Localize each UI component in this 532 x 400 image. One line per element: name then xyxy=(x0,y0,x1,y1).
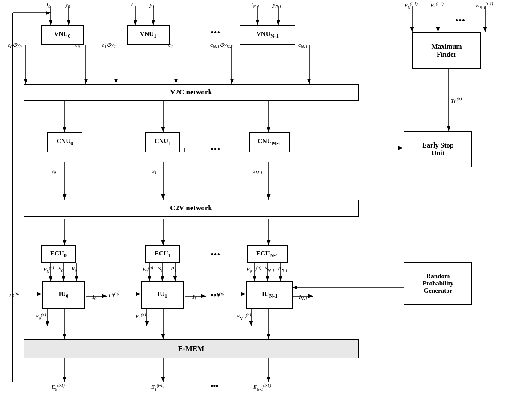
v2c-label: V2C network xyxy=(170,88,212,97)
ecu1-label: ECU1 xyxy=(155,250,171,259)
maxfinder-label: MaximumFinder xyxy=(431,43,462,58)
vnun1-box: VNUN-1 xyxy=(240,25,295,45)
vnu1-box: VNU1 xyxy=(127,25,170,45)
label-EN1n-iu: EN-1(n) xyxy=(236,312,251,321)
label-EN1t1: EN-1(t-1) xyxy=(476,1,493,10)
label-E1t1: E1(t-1) xyxy=(430,1,444,10)
label-I0-iu: I0 xyxy=(92,294,96,301)
label-s1: s1 xyxy=(152,167,157,175)
label-thn-iu0: Th(n) xyxy=(9,291,19,299)
iun1-box: IUN-1 xyxy=(246,281,293,309)
ecu0-label: ECU0 xyxy=(50,250,67,259)
label-sM1: sM-1 xyxy=(253,167,263,175)
label-E0n-iu: E0(n) xyxy=(35,312,46,321)
label-thn-maxfinder: Th(n) xyxy=(451,97,462,104)
label-yN1: yN-1 xyxy=(273,1,282,9)
v2c-box: V2C network xyxy=(24,84,359,101)
label-c1y1: c1⊕y1 xyxy=(102,42,116,49)
label-R0-ecu: R0 xyxy=(71,265,77,273)
ecun1-label: ECUN-1 xyxy=(256,250,278,259)
label-I0: I0 xyxy=(46,1,50,9)
svg-text:•••: ••• xyxy=(210,249,220,260)
cnu0-label: CNU0 xyxy=(57,138,73,147)
ecu1-box: ECU1 xyxy=(145,245,180,263)
iu1-label: IU1 xyxy=(158,291,167,300)
label-c1: c1 xyxy=(168,42,173,49)
label-S1-ecu: S1 xyxy=(158,265,163,273)
ecun1-box: ECUN-1 xyxy=(247,245,288,263)
randprob-label: RandomProbabilityGenerator xyxy=(423,273,453,294)
label-E1t1-bot: E1(t-1) xyxy=(151,383,164,391)
label-E0t1: E0(t-1) xyxy=(404,1,418,10)
label-E0t1-bot: E0(t-1) xyxy=(52,383,65,391)
iu0-label: IU0 xyxy=(59,291,69,300)
earlystop-label: Early StopUnit xyxy=(422,142,453,157)
label-thn-iu1: Th(n) xyxy=(108,291,119,299)
label-I1: I1 xyxy=(131,1,135,9)
svg-text:•••: ••• xyxy=(455,15,465,26)
emem-label: E-MEM xyxy=(178,345,204,353)
label-RN1-ecu: RN-1 xyxy=(278,265,288,273)
label-y0: y0 xyxy=(65,1,70,9)
label-c0: c0 xyxy=(75,42,80,49)
c2v-box: C2V network xyxy=(24,200,359,217)
maxfinder-box: MaximumFinder xyxy=(412,32,481,69)
label-IN1: IN-1 xyxy=(251,1,259,9)
iun1-label: IUN-1 xyxy=(262,291,277,300)
cnu0-box: CNU0 xyxy=(47,132,82,152)
label-y1: y1 xyxy=(150,1,155,9)
label-I1-iu: I1 xyxy=(192,294,196,301)
label-EN1t1-bot: EN-1(t-1) xyxy=(253,383,271,391)
svg-text:•••: ••• xyxy=(210,144,220,155)
cnum1-label: CNUM-1 xyxy=(258,138,281,147)
vnu1-label: VNU1 xyxy=(140,30,157,39)
label-thn-iun1: Th(n) xyxy=(213,291,224,299)
label-SN1-ecu: SN-1 xyxy=(265,265,274,273)
svg-text:•••: ••• xyxy=(210,27,220,38)
ecu0-box: ECU0 xyxy=(41,245,76,263)
label-c0y0: c0⊕y0 xyxy=(8,42,22,49)
label-IN1-iu: IN-1 xyxy=(299,294,307,301)
c2v-label: C2V network xyxy=(170,204,212,212)
label-S0-ecu: S0 xyxy=(58,265,64,273)
label-E1n-ecu: E1(n) xyxy=(143,265,153,274)
diagram-container: ••• ••• ••• ••• ••• VNU0 VNU1 VNUN-1 V2C… xyxy=(0,0,532,400)
iu1-box: IU1 xyxy=(141,281,184,309)
label-s0: s0 xyxy=(52,167,56,175)
iu0-box: IU0 xyxy=(42,281,85,309)
cnu1-label: CNU1 xyxy=(155,138,171,147)
label-cN1yN1: cN-1⊕yN-1 xyxy=(210,42,233,49)
vnun1-label: VNUN-1 xyxy=(256,30,279,39)
cnum1-box: CNUM-1 xyxy=(249,132,290,152)
randprob-box: RandomProbabilityGenerator xyxy=(404,262,472,305)
label-E1n-iu: E1(n) xyxy=(135,312,146,321)
vnu0-label: VNU0 xyxy=(54,30,71,39)
cnu1-box: CNU1 xyxy=(145,132,180,152)
dots-bottom: ••• xyxy=(210,382,219,391)
label-EN1n-ecu: EN-1(n) xyxy=(246,265,261,274)
earlystop-box: Early StopUnit xyxy=(404,131,472,167)
label-R1-ecu: R1 xyxy=(171,265,176,273)
emem-box: E-MEM xyxy=(24,339,359,358)
label-E0n-ecu: E0(n) xyxy=(43,265,54,274)
label-cN1: cN-1 xyxy=(298,42,307,49)
